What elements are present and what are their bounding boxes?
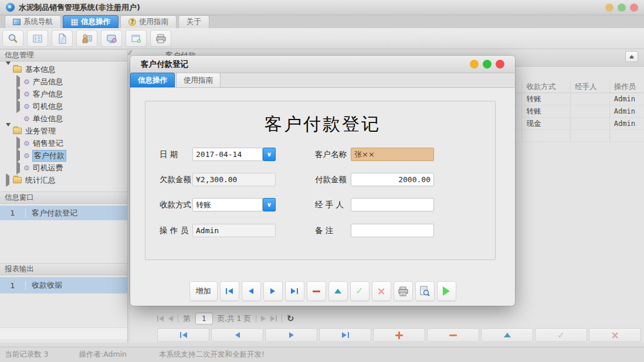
collapsed-arrow-icon[interactable] (16, 87, 20, 101)
date-input[interactable] (192, 148, 263, 161)
list-form-button[interactable] (27, 30, 48, 47)
expanded-arrow-icon[interactable] (6, 62, 11, 74)
table-row[interactable]: 转账 Admin (513, 105, 644, 118)
record-first-button[interactable] (220, 281, 239, 301)
grid-cancel-button[interactable]: × (589, 328, 641, 342)
grid-edit-button[interactable] (481, 328, 533, 342)
remark-input[interactable] (351, 224, 434, 237)
print-button[interactable] (394, 281, 413, 301)
monitor-button[interactable] (101, 30, 122, 47)
customer-input[interactable] (351, 148, 434, 161)
table-row-empty (513, 130, 644, 142)
sidebar-footer-strip (0, 327, 127, 339)
close-icon: × (611, 330, 619, 340)
add-button[interactable]: 增加 (189, 281, 218, 301)
page-first-button[interactable] (157, 316, 164, 322)
gear-icon: ⚙ (23, 91, 30, 98)
search-button[interactable] (2, 30, 23, 47)
handler-input[interactable] (351, 198, 434, 211)
sidebar-section-reports-header[interactable]: 报表输出 (0, 263, 127, 275)
collapsed-arrow-icon[interactable] (16, 100, 20, 113)
tree-item-basic-info[interactable]: 基本信息 (0, 63, 127, 76)
page-prev-button[interactable] (168, 316, 173, 322)
user-report-button[interactable] (76, 30, 97, 47)
method-input[interactable] (192, 198, 263, 211)
window-add-button[interactable] (126, 30, 147, 47)
table-row[interactable]: 现金 Admin (513, 118, 644, 130)
record-prev-button[interactable] (242, 281, 261, 301)
grid-next-button[interactable] (265, 328, 317, 342)
dialog-tab-user-guide[interactable]: 使用指南 (176, 73, 221, 87)
grid-prev-button[interactable] (211, 328, 263, 342)
grid-delete-button[interactable] (427, 328, 479, 342)
collapsed-arrow-icon[interactable] (6, 173, 9, 187)
table-row[interactable]: 转账 Admin (513, 93, 644, 105)
tree-item-business-mgmt[interactable]: 业务管理 (0, 125, 127, 137)
row-label: 客户付款登记 (26, 208, 77, 218)
dialog-tab-info-operation[interactable]: 信息操作 (130, 73, 175, 87)
document-button[interactable] (52, 30, 73, 47)
tree-item-customer-info[interactable]: ⚙ 客户信息 (0, 88, 127, 100)
grid-last-button[interactable] (319, 328, 371, 342)
tab-about[interactable]: 关于 (178, 15, 209, 28)
sidebar-section-info-header[interactable]: 信息管理 (0, 49, 127, 62)
grid-first-button[interactable] (157, 328, 209, 342)
expanded-arrow-icon[interactable] (6, 123, 11, 135)
tree-item-sales-entry[interactable]: ⚙ 销售登记 (0, 137, 127, 149)
print-preview-button[interactable] (415, 281, 435, 301)
splitter-handle[interactable]: // (128, 49, 131, 56)
collapsed-arrow-icon[interactable] (16, 161, 20, 175)
col-header-operator[interactable]: 操作员 (610, 81, 644, 93)
chevron-up-icon (629, 56, 634, 59)
delete-record-button[interactable] (307, 281, 326, 301)
tree-item-statistics[interactable]: 统计汇总 (0, 174, 127, 186)
tab-user-guide[interactable]: ? 使用指南 (120, 15, 177, 28)
col-header-method[interactable]: 收款方式 (522, 81, 570, 93)
collapsed-arrow-icon[interactable] (16, 149, 20, 162)
cell-operator: Admin (610, 105, 644, 117)
tree-item-product-info[interactable]: ⚙ 产品信息 (0, 76, 127, 88)
grid-navigation-bar: ✓ × (157, 328, 641, 342)
payment-input[interactable] (351, 173, 434, 186)
collapse-panel-button[interactable] (625, 51, 638, 62)
cell-method: 转账 (522, 93, 570, 105)
cancel-button[interactable]: × (372, 281, 391, 301)
refresh-icon[interactable]: ↻ (287, 313, 294, 324)
record-last-button[interactable] (285, 281, 304, 301)
table-header-row: 收款方式 经手人 操作员 (513, 81, 644, 93)
chevron-down-icon: ∨ (267, 201, 272, 209)
date-dropdown-button[interactable]: ∨ (263, 148, 276, 161)
page-number-input[interactable] (195, 313, 213, 325)
edit-record-button[interactable] (328, 281, 348, 301)
maximize-button[interactable] (618, 4, 626, 12)
col-header-handler[interactable]: 经手人 (571, 81, 610, 93)
run-button[interactable] (437, 281, 456, 301)
report-output-row[interactable]: 1 收款收据 (0, 277, 127, 293)
grid-add-button[interactable] (373, 328, 425, 342)
gear-icon: ⚙ (23, 103, 30, 110)
tab-info-operation[interactable]: 信息操作 (63, 15, 118, 28)
sidebar-section-windows-header[interactable]: 信息窗口 (0, 192, 127, 204)
collapsed-arrow-icon[interactable] (16, 75, 20, 88)
tab-system-nav[interactable]: 系统导航 (5, 15, 61, 28)
tree-item-unit-info[interactable]: ⚙ 单位信息 (0, 112, 127, 125)
info-window-row[interactable]: 1 客户付款登记 (0, 206, 127, 220)
collapsed-arrow-icon[interactable] (16, 136, 20, 150)
record-next-button[interactable] (263, 281, 283, 301)
tree-item-driver-freight[interactable]: ⚙ 司机运费 (0, 162, 127, 174)
minimize-button[interactable] (605, 4, 614, 12)
confirm-button[interactable]: ✓ (350, 281, 370, 301)
printer-tool-button[interactable] (150, 30, 171, 47)
dialog-close-button[interactable] (496, 60, 504, 69)
tree-item-customer-payment[interactable]: ⚙ 客户付款 (0, 149, 127, 162)
method-dropdown-button[interactable]: ∨ (263, 198, 276, 211)
tree-item-driver-info[interactable]: ⚙ 司机信息 (0, 100, 127, 112)
dialog-minimize-button[interactable] (470, 60, 479, 69)
page-last-button[interactable] (270, 316, 277, 322)
page-prefix-label: 第 (183, 314, 191, 324)
dialog-maximize-button[interactable] (483, 60, 492, 69)
grid-confirm-button[interactable]: ✓ (535, 328, 587, 342)
tab-label: 使用指南 (139, 17, 168, 27)
page-next-button[interactable] (261, 316, 266, 322)
close-button[interactable] (630, 4, 638, 12)
